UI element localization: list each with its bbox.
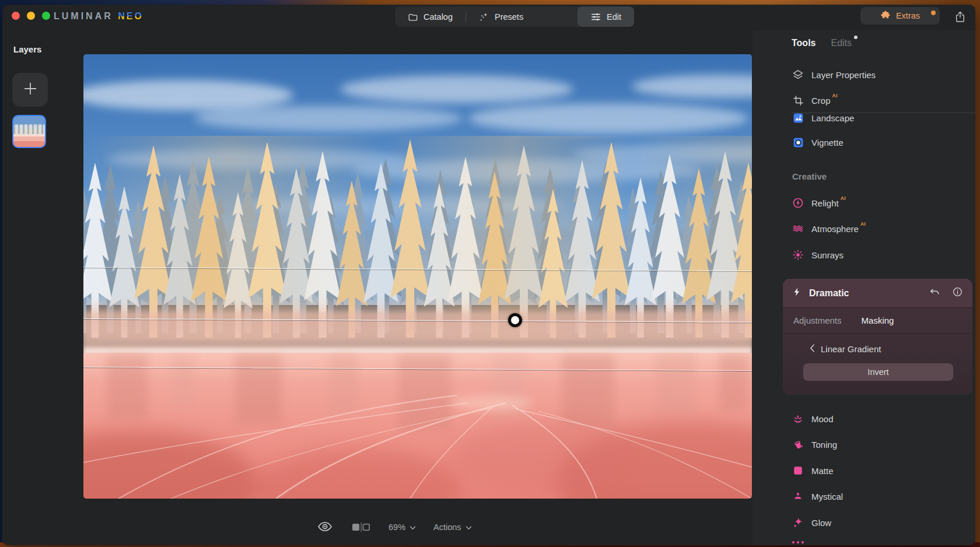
panel-divider xyxy=(783,333,972,334)
add-layer-button[interactable] xyxy=(12,73,48,107)
tool-item-vignette[interactable]: Vignette xyxy=(792,129,844,155)
matte-square-icon xyxy=(792,465,804,476)
layers-stack-icon xyxy=(792,69,804,80)
info-icon[interactable] xyxy=(952,286,963,300)
lotus-icon xyxy=(792,413,804,425)
tab-edit[interactable]: Edit xyxy=(578,6,634,27)
dramatic-tab-adjustments[interactable]: Adjustments xyxy=(793,315,842,325)
atmosphere-waves-icon xyxy=(792,223,804,234)
tool-item-mystical[interactable]: Mystical xyxy=(792,483,843,509)
minimize-button[interactable] xyxy=(27,12,35,20)
invert-mask-button[interactable]: Invert xyxy=(803,363,953,381)
layers-panel-title: Layers xyxy=(13,44,41,54)
clipped-next-tool-icon xyxy=(792,541,804,544)
vignette-icon xyxy=(792,136,804,148)
landscape-icon xyxy=(792,112,804,124)
tool-item-atmosphere[interactable]: AtmosphereAI xyxy=(792,216,866,241)
relight-icon xyxy=(792,197,804,209)
mask-tool-back-row[interactable]: Linear Gradient xyxy=(810,341,881,357)
view-toolbar: 69% Actions xyxy=(317,519,472,535)
layer-thumbnail-selected[interactable] xyxy=(12,115,46,148)
paint-bucket-icon xyxy=(792,439,804,450)
tool-item-layer-properties[interactable]: Layer Properties xyxy=(792,62,876,87)
tool-item-mood[interactable]: Mood xyxy=(792,406,834,432)
tool-item-toning[interactable]: Toning xyxy=(792,432,837,457)
mask-tool-label: Linear Gradient xyxy=(821,344,881,354)
photo-image xyxy=(83,54,752,499)
photo-canvas[interactable] xyxy=(83,54,752,499)
dramatic-bolt-icon xyxy=(792,287,802,299)
extras-notification-dot xyxy=(931,10,936,15)
puzzle-icon xyxy=(880,10,891,22)
tool-item-landscape[interactable]: Landscape xyxy=(792,105,854,131)
crop-icon xyxy=(792,94,804,106)
extras-button[interactable]: Extras xyxy=(860,7,940,24)
candle-icon xyxy=(792,490,804,502)
mode-tab-bar: Catalog Presets Edit xyxy=(395,6,634,27)
dramatic-panel-header[interactable]: Dramatic xyxy=(783,279,972,307)
chevron-left-icon xyxy=(810,344,815,354)
app-logo: LUMINAR NEO xyxy=(54,11,144,22)
sun-icon xyxy=(792,249,804,261)
sliders-icon xyxy=(590,12,601,22)
ai-badge: AI xyxy=(860,221,866,227)
undo-icon[interactable] xyxy=(929,286,940,300)
sparkles-icon xyxy=(479,12,489,22)
tools-sidebar: Tools Edits Layer Properties CropAI xyxy=(752,30,975,545)
tab-presets-label: Presets xyxy=(495,12,523,22)
actions-label: Actions xyxy=(433,523,461,532)
chevron-down-icon xyxy=(410,523,416,532)
chevron-down-icon xyxy=(466,523,472,532)
tab-catalog-label: Catalog xyxy=(424,12,453,22)
extras-label: Extras xyxy=(896,11,920,20)
close-button[interactable] xyxy=(12,12,20,20)
logo-luminar: LUMINAR xyxy=(54,11,113,21)
logo-neo: NEO xyxy=(118,11,144,21)
dramatic-tool-panel: Dramatic Adjustments xyxy=(783,279,972,395)
folder-icon xyxy=(408,12,418,22)
dramatic-tab-masking[interactable]: Masking xyxy=(862,315,894,325)
ai-badge: AI xyxy=(841,195,846,201)
preview-eye-button[interactable] xyxy=(317,521,332,534)
compare-button[interactable] xyxy=(350,523,371,532)
tab-presets[interactable]: Presets xyxy=(466,6,536,27)
edits-notification-dot xyxy=(854,36,858,39)
luminar-neo-window: LUMINAR NEO Catalog Presets xyxy=(2,5,975,545)
section-header-creative: Creative xyxy=(792,171,827,181)
dramatic-panel-title: Dramatic xyxy=(809,288,922,299)
tool-item-relight[interactable]: RelightAI xyxy=(792,190,846,216)
gradient-center-handle[interactable] xyxy=(508,313,522,327)
sparkle-icon xyxy=(792,517,804,528)
actions-dropdown[interactable]: Actions xyxy=(433,523,472,532)
sidebar-tab-tools[interactable]: Tools xyxy=(792,38,816,48)
tab-catalog[interactable]: Catalog xyxy=(395,6,466,27)
tool-item-glow[interactable]: Glow xyxy=(792,510,831,535)
tool-item-sunrays[interactable]: Sunrays xyxy=(792,242,844,268)
ai-badge: AI xyxy=(832,93,838,99)
tool-item-matte[interactable]: Matte xyxy=(792,458,834,483)
zoom-window-button[interactable] xyxy=(42,12,50,20)
tab-edit-label: Edit xyxy=(607,12,621,22)
sidebar-tab-edits[interactable]: Edits xyxy=(831,38,852,48)
share-button[interactable] xyxy=(953,9,968,24)
plus-icon xyxy=(22,80,38,99)
zoom-level-value: 69% xyxy=(388,523,405,532)
zoom-level-dropdown[interactable]: 69% xyxy=(388,523,416,532)
